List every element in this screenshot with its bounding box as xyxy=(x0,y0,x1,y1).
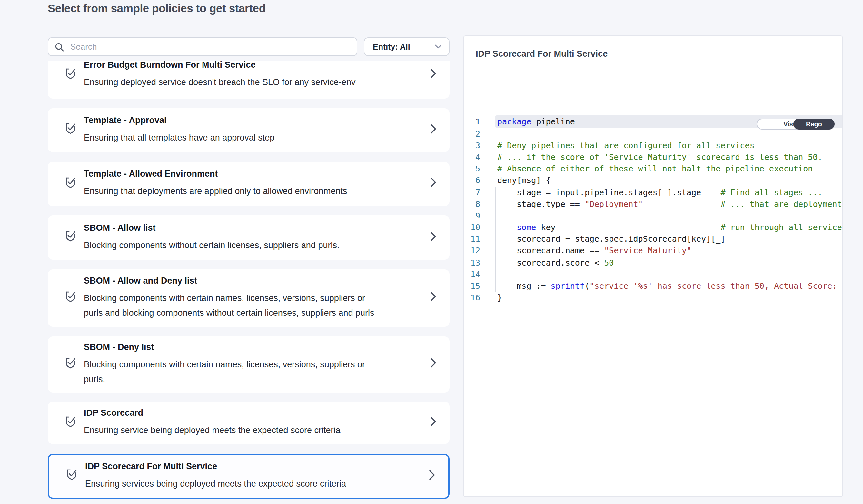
policy-card[interactable]: Template - Allowed EnvironmentEnsuring t… xyxy=(48,161,450,206)
code-text: # Deny pipelines that are configured for… xyxy=(497,140,755,152)
entity-filter-label: Entity: All xyxy=(373,42,435,51)
panel-header: IDP Scorecard For Multi Service xyxy=(464,36,842,72)
page-title: Select from sample policies to get start… xyxy=(48,2,266,15)
policy-list: Error Budget Burndown For Multi ServiceE… xyxy=(48,60,450,499)
code-line: 6deny[msg] { xyxy=(464,175,842,186)
shield-check-icon xyxy=(64,122,77,136)
policy-card-description: Ensuring that deployments are applied on… xyxy=(84,184,403,198)
policy-card-text: IDP ScorecardEnsuring service being depl… xyxy=(84,408,430,438)
policy-card[interactable]: SBOM - Allow and Deny listBlocking compo… xyxy=(48,269,450,327)
line-number: 11 xyxy=(464,234,480,245)
policy-card-text: IDP Scorecard For Multi ServiceEnsuring … xyxy=(85,462,429,491)
code-line: 4# ... if the score of 'Service Maturity… xyxy=(464,152,842,163)
line-number: 16 xyxy=(464,292,480,303)
code-line: 8 stage.type == "Deployment" # ... that … xyxy=(464,198,842,210)
policy-card-title: Template - Allowed Environment xyxy=(84,169,403,179)
code-text: scorecard = stage.spec.idpScorecard[key]… xyxy=(497,234,725,245)
code-text: deny[msg] { xyxy=(497,175,551,186)
shield-check-icon xyxy=(64,290,77,303)
chevron-right-icon xyxy=(430,124,437,134)
code-line: 5# Absence of either of these will not h… xyxy=(464,163,842,175)
code-line: 13 scorecard.score < 50 xyxy=(464,257,842,269)
policy-picker-screen: Select from sample policies to get start… xyxy=(0,0,863,504)
search-box[interactable] xyxy=(48,37,357,56)
line-number: 5 xyxy=(464,163,480,175)
line-number: 10 xyxy=(464,222,480,233)
search-input[interactable] xyxy=(69,41,350,52)
code-text: # Absence of either of these will not ha… xyxy=(497,163,813,175)
policy-card-text: Template - Allowed EnvironmentEnsuring t… xyxy=(84,169,430,198)
policy-card[interactable]: Error Budget Burndown For Multi ServiceE… xyxy=(48,60,450,99)
policy-card-description: Blocking components with certain names, … xyxy=(84,291,403,320)
entity-filter-dropdown[interactable]: Entity: All xyxy=(364,37,450,56)
line-number: 13 xyxy=(464,257,480,269)
chevron-right-icon xyxy=(430,358,437,368)
policy-card-title: IDP Scorecard For Multi Service xyxy=(85,462,402,472)
chevron-down-icon xyxy=(435,44,442,49)
line-number: 6 xyxy=(464,175,480,186)
code-line: 3# Deny pipelines that are configured fo… xyxy=(464,140,842,152)
policy-card[interactable]: IDP Scorecard For Multi ServiceEnsuring … xyxy=(48,453,450,499)
toggle-rego-button[interactable]: Rego xyxy=(793,118,835,130)
policy-card-title: Template - Approval xyxy=(84,115,403,126)
shield-check-icon xyxy=(64,230,77,243)
code-line: 10 some key # run through all services xyxy=(464,222,842,233)
code-line: 14 xyxy=(464,269,842,280)
policy-card-title: Error Budget Burndown For Multi Service xyxy=(84,60,403,70)
line-number: 3 xyxy=(464,140,480,152)
policy-card-description: Blocking components with certain names, … xyxy=(84,357,403,386)
shield-check-icon xyxy=(64,176,77,189)
policy-card-title: SBOM - Allow list xyxy=(84,223,403,233)
policy-card-description: Ensuring service being deployed meets th… xyxy=(84,423,403,438)
policy-card-text: Template - ApprovalEnsuring that all tem… xyxy=(84,115,430,145)
policy-detail-panel: IDP Scorecard For Multi Service 1package… xyxy=(463,36,843,496)
policy-card-description: Ensuring that all templates have an appr… xyxy=(84,130,403,145)
code-text: } xyxy=(497,292,502,303)
line-number: 7 xyxy=(464,186,480,198)
policy-card-text: SBOM - Deny listBlocking components with… xyxy=(84,342,430,386)
chevron-right-icon xyxy=(430,68,437,79)
shield-check-icon xyxy=(64,415,77,428)
line-number: 4 xyxy=(464,152,480,163)
policy-card-title: SBOM - Allow and Deny list xyxy=(84,276,403,286)
code-line: 15 msg := sprintf("service '%s' has scor… xyxy=(464,280,842,292)
policy-card[interactable]: SBOM - Deny listBlocking components with… xyxy=(48,336,450,392)
code-line: 7 stage = input.pipeline.stages[_].stage… xyxy=(464,186,842,198)
chevron-right-icon xyxy=(430,231,437,241)
code-text: scorecard.score < 50 xyxy=(497,257,614,269)
policy-card-title: IDP Scorecard xyxy=(84,408,403,418)
line-number: 8 xyxy=(464,198,480,210)
line-number: 9 xyxy=(464,210,480,222)
code-line: 16} xyxy=(464,292,842,303)
code-line: 12 scorecard.name == "Service Maturity" xyxy=(464,245,842,257)
shield-check-icon xyxy=(64,67,77,80)
policy-card-description: Blocking components without certain lice… xyxy=(84,237,403,252)
policy-card[interactable]: Template - ApprovalEnsuring that all tem… xyxy=(48,108,450,152)
policy-card[interactable]: SBOM - Allow listBlocking components wit… xyxy=(48,215,450,260)
policy-card-text: SBOM - Allow and Deny listBlocking compo… xyxy=(84,276,430,320)
policy-card[interactable]: IDP ScorecardEnsuring service being depl… xyxy=(48,402,450,444)
chevron-right-icon xyxy=(429,470,435,480)
policy-card-description: Ensuring services being deployed meets t… xyxy=(85,476,402,491)
policy-card-text: Error Budget Burndown For Multi ServiceE… xyxy=(84,60,430,90)
line-number: 14 xyxy=(464,269,480,280)
code-text: package pipeline xyxy=(497,116,575,128)
code-text: stage = input.pipeline.stages[_].stage #… xyxy=(497,186,822,198)
policy-card-text: SBOM - Allow listBlocking components wit… xyxy=(84,223,430,252)
view-mode-toggle: Visual Rego xyxy=(756,118,835,130)
code-text: stage.type == "Deployment" # ... that ar… xyxy=(497,198,843,210)
code-line: 9 xyxy=(464,210,842,222)
chevron-right-icon xyxy=(430,292,437,302)
code-text: some key # run through all services xyxy=(497,222,843,233)
shield-check-icon xyxy=(65,468,79,482)
line-number: 15 xyxy=(464,280,480,292)
code-lines: 1package pipeline23# Deny pipelines that… xyxy=(464,116,842,304)
chevron-right-icon xyxy=(430,177,437,188)
panel-title: IDP Scorecard For Multi Service xyxy=(476,49,608,59)
shield-check-icon xyxy=(64,356,77,370)
line-number: 2 xyxy=(464,128,480,140)
code-text: # ... if the score of 'Service Maturity'… xyxy=(497,152,822,163)
code-text: msg := sprintf("service '%s' has score l… xyxy=(497,280,843,292)
policy-card-description: Ensuring deployed service doesn't breach… xyxy=(84,75,403,90)
search-icon xyxy=(55,42,64,51)
